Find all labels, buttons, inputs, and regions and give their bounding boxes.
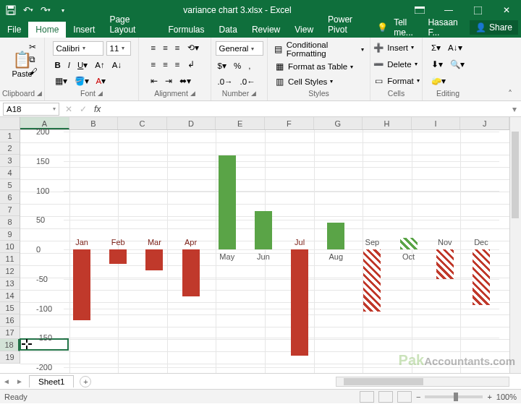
page-layout-view-icon[interactable] [378,391,393,403]
insert-cells-button[interactable]: ➕Insert ▾ [371,41,420,54]
enter-formula-icon[interactable]: ✓ [80,104,87,114]
row-header[interactable]: 5 [0,179,20,192]
tab-page-layout[interactable]: Page Layout [102,12,161,38]
format-cells-button[interactable]: ▭Format ▾ [371,74,420,87]
clear-icon[interactable]: 🧽▾ [429,75,448,87]
tab-formulas[interactable]: Formulas [161,22,212,38]
conditional-formatting-button[interactable]: ▤Conditional Formatting ▾ [272,40,365,59]
share-button[interactable]: 👤 Share [470,20,518,35]
tab-insert[interactable]: Insert [66,22,102,38]
row-header[interactable]: 2 [0,142,20,155]
sheet-tab[interactable]: Sheet1 [29,375,74,387]
qat-customize-icon[interactable]: ▾ [56,4,69,17]
chart-bar[interactable] [182,249,200,296]
column-header[interactable]: H [363,117,412,129]
increase-indent-icon[interactable]: ⇥ [163,75,174,87]
fill-color-button[interactable]: 🪣▾ [72,75,91,87]
cell-styles-button[interactable]: ▥Cell Styles ▾ [272,75,365,88]
column-header[interactable]: C [118,117,167,129]
column-header[interactable]: E [216,117,265,129]
vertical-scrollbar[interactable] [509,117,521,373]
format-painter-icon[interactable]: 🖌 [29,67,38,76]
orientation-icon[interactable]: ⟲▾ [185,42,201,53]
chart-bar[interactable] [255,211,272,249]
number-launcher-icon[interactable]: ◢ [251,90,256,97]
chart-bar[interactable] [145,249,163,270]
name-box[interactable]: A18▾ [3,103,59,116]
font-name-dropdown[interactable]: Calibri▾ [53,41,103,56]
row-header[interactable]: 15 [0,302,20,314]
zoom-slider-thumb[interactable] [454,393,458,401]
row-header[interactable]: 19 [0,351,20,364]
row-header[interactable]: 16 [0,314,20,327]
align-middle-icon[interactable]: ≡ [161,43,170,53]
column-header[interactable]: J [460,117,509,129]
tab-file[interactable]: File [0,22,28,38]
undo-icon[interactable]: ↶▾ [22,4,35,17]
align-center-icon[interactable]: ≡ [161,59,170,69]
autosum-icon[interactable]: Σ▾ [429,42,443,53]
font-color-button[interactable]: A▾ [94,75,109,87]
tab-power-pivot[interactable]: Power Pivot [321,12,377,38]
tell-me-label[interactable]: Tell me... [394,17,422,38]
row-header[interactable]: 17 [0,327,20,339]
user-name[interactable]: Hasaan F... [428,17,464,38]
row-header[interactable]: 18 [0,339,20,351]
chart-bar[interactable] [436,249,454,279]
align-top-icon[interactable]: ≡ [148,43,158,53]
expand-formula-bar-icon[interactable]: ▾ [512,104,517,114]
row-header[interactable]: 11 [0,253,20,265]
number-format-dropdown[interactable]: General▾ [216,41,263,56]
decrease-font-icon[interactable]: A↓ [110,60,124,70]
chart-bar[interactable] [73,249,90,320]
tab-home[interactable]: Home [28,22,66,38]
row-header[interactable]: 14 [0,290,20,302]
column-header[interactable]: B [69,117,119,129]
chart-bar[interactable] [291,249,308,356]
horizontal-scroll-thumb[interactable] [344,378,423,385]
row-header[interactable]: 6 [0,192,20,204]
font-size-dropdown[interactable]: 11▾ [106,41,131,56]
collapse-ribbon-icon[interactable]: ˄ [508,89,518,99]
accounting-format-icon[interactable]: $▾ [216,60,229,72]
align-left-icon[interactable]: ≡ [148,59,158,69]
alignment-launcher-icon[interactable]: ◢ [190,90,195,97]
select-all-corner[interactable] [0,117,20,129]
fx-icon[interactable]: fx [94,104,101,114]
row-header[interactable]: 13 [0,278,20,290]
borders-button[interactable]: ▦▾ [53,75,69,87]
chart-bar[interactable] [327,223,344,249]
find-select-icon[interactable]: 🔍▾ [448,59,467,70]
column-header[interactable]: G [314,117,363,129]
column-header[interactable]: I [412,117,461,129]
zoom-out-button[interactable]: − [416,393,420,401]
vertical-scroll-thumb[interactable] [512,132,519,218]
merge-center-icon[interactable]: ⬌▾ [177,75,193,87]
tab-data[interactable]: Data [212,22,245,38]
cancel-formula-icon[interactable]: ✕ [65,104,72,114]
tell-me-icon[interactable]: 💡 [377,22,388,33]
chart-bar[interactable] [473,249,490,305]
row-header[interactable]: 7 [0,204,20,216]
tab-review[interactable]: Review [245,22,287,38]
decrease-decimal-icon[interactable]: .0← [238,77,258,87]
sheet-nav-next-icon[interactable]: ► [13,377,26,385]
embedded-chart[interactable]: -200-150-100-50050100150200JanFebMarAprM… [25,130,505,369]
increase-decimal-icon[interactable]: .0→ [216,77,235,87]
align-bottom-icon[interactable]: ≡ [173,43,182,53]
align-right-icon[interactable]: ≡ [173,59,182,69]
page-break-view-icon[interactable] [397,391,412,403]
italic-button[interactable]: I [66,60,72,70]
redo-icon[interactable]: ↷▾ [39,4,52,17]
fill-icon[interactable]: ⬇▾ [429,59,445,70]
increase-font-icon[interactable]: A↑ [93,60,106,70]
chart-bar[interactable] [400,238,418,249]
normal-view-icon[interactable] [360,391,374,403]
column-header[interactable]: D [167,117,216,129]
chart-bar[interactable] [363,249,381,312]
tab-view[interactable]: View [287,22,321,38]
zoom-level[interactable]: 100% [496,393,517,401]
decrease-indent-icon[interactable]: ⇤ [148,75,160,87]
row-header[interactable]: 1 [0,130,20,142]
font-launcher-icon[interactable]: ◢ [98,90,103,97]
